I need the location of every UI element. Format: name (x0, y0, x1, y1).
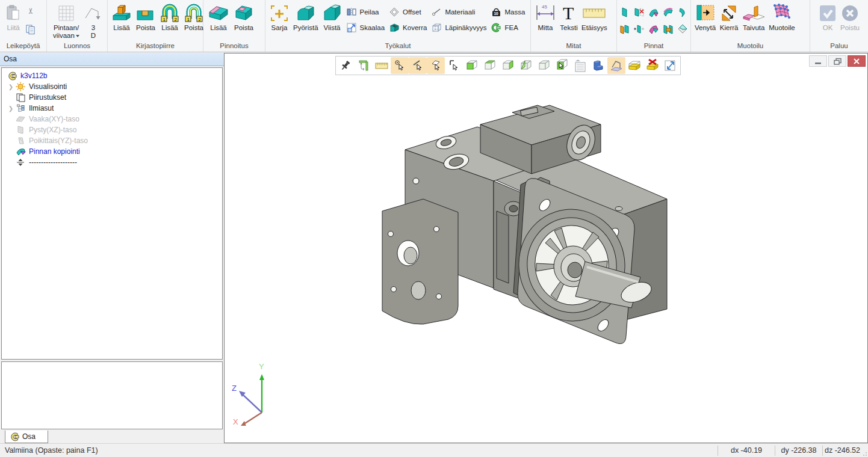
transparency-button[interactable]: Läpinäkyvyys (429, 21, 489, 34)
pick-edge-button[interactable] (445, 57, 463, 74)
model-viewport[interactable]: Y Z X (224, 53, 868, 443)
tray-button[interactable] (625, 57, 643, 74)
face-curve-button[interactable] (661, 5, 675, 20)
rotate-button[interactable]: Kierrä (718, 1, 740, 33)
ok-button[interactable]: OK (817, 1, 839, 33)
magnet-12-remove-icon: 12 (184, 2, 204, 24)
scale-icon (347, 23, 357, 32)
face-split-button[interactable] (675, 22, 690, 37)
library-add-button[interactable]: Lisää (110, 1, 134, 33)
shape-button[interactable]: Muotoile (767, 1, 796, 33)
ruler-button[interactable] (373, 57, 391, 74)
3d-model-hydraulic-pump[interactable] (225, 54, 867, 443)
snap-point-button[interactable] (391, 57, 409, 74)
tree-item-visualization[interactable]: ❯ Visualisointi (2, 81, 222, 92)
sketch-3d-button[interactable]: 3 D (84, 1, 103, 41)
copy-button[interactable] (26, 25, 36, 37)
ribbon-group-surfacing: Lisää Poista Pinnoitus (203, 0, 265, 52)
sketch-plane-button[interactable] (607, 57, 625, 74)
distance-button[interactable]: Etäisyys (580, 1, 609, 33)
cube-front-face-button[interactable] (463, 57, 481, 74)
pick-edge-icon (448, 60, 460, 72)
material-button[interactable]: Materiaali (429, 5, 489, 19)
resize-grip[interactable] (862, 444, 868, 457)
chevron-right-icon[interactable]: ❯ (7, 84, 15, 90)
ribbon: Liitä ✂ Leikepöytä Pintaan/ viivaan (0, 0, 868, 52)
fillet-button[interactable]: Pyöristä (291, 1, 320, 33)
tree-item-xy-plane[interactable]: Vaaka(XY)-taso (2, 114, 222, 124)
face-replace-button[interactable] (646, 22, 661, 37)
face-bend-button[interactable] (675, 5, 690, 20)
measure-height-button[interactable] (355, 57, 373, 74)
restore-button[interactable] (828, 55, 846, 67)
cube-pick-face-button[interactable] (553, 57, 571, 74)
ribbon-group-shaping: Venytä Kierrä Taivuta Muotoile (691, 0, 810, 52)
chevron-right-icon[interactable]: ❯ (7, 105, 15, 112)
magnet-remove-button[interactable]: 12 Poista (182, 1, 206, 33)
fea-label: FEA (504, 24, 518, 31)
tab-part[interactable]: Osa (5, 431, 48, 443)
cube-side-face-button[interactable] (499, 57, 517, 74)
mirror-label: Peilaa (360, 8, 379, 16)
pin-toolbar-button[interactable] (336, 57, 355, 74)
expand-viewport-button[interactable] (662, 57, 680, 74)
dimension-button[interactable]: 45 Mitta (533, 1, 558, 33)
stretch-icon (695, 2, 716, 24)
pattern-label: Sarja (271, 24, 288, 32)
face-move-button[interactable] (618, 5, 632, 20)
cut-button[interactable]: ✂ (26, 5, 36, 16)
chamfer-button[interactable]: Viistä (320, 1, 344, 33)
face-thicken-icon (633, 23, 645, 35)
tree-item-yz-plane[interactable]: Poikittais(YZ)-taso (2, 135, 222, 146)
face-draft-button[interactable] (646, 5, 661, 20)
text-button[interactable]: T Teksti (558, 1, 580, 33)
offset-button[interactable]: Offset (387, 5, 429, 19)
tree-item-end-marker[interactable]: -------------------- (2, 157, 222, 168)
hollow-button[interactable]: Koverra (387, 21, 429, 34)
magnet-12-add-icon: 12 (160, 2, 180, 24)
face-bend-icon (677, 7, 688, 19)
chamfer-label: Viistä (324, 24, 341, 32)
ribbon-group-return: OK Poistu Paluu (810, 0, 868, 52)
surface-remove-button[interactable]: Poista (232, 1, 256, 33)
exit-button[interactable]: Poistu (839, 1, 861, 33)
magnet-add-button[interactable]: 12 Lisää (158, 1, 182, 33)
sketch-on-surface-button[interactable]: Pintaan/ viivaan (49, 1, 84, 41)
scale-button[interactable]: Skaalaa (344, 21, 388, 34)
face-offset-button[interactable] (618, 22, 632, 37)
solid-steps-button[interactable] (589, 57, 607, 74)
mass-button[interactable]: 10 Massa (489, 5, 527, 19)
group-label-tools: Työkalut (265, 41, 530, 52)
tray-delete-button[interactable] (643, 57, 662, 74)
tree-item-xz-plane[interactable]: Pysty(XZ)-taso (2, 124, 222, 135)
snap-face-button[interactable] (427, 57, 445, 74)
face-stitch-button[interactable] (661, 22, 675, 37)
mirror-button[interactable]: Peilaa (344, 5, 388, 19)
tree-item-surface-copy[interactable]: Pinnan kopiointi (2, 146, 222, 157)
paste-button[interactable]: Liitä (2, 1, 25, 33)
face-delete-button[interactable] (632, 5, 646, 20)
surface-add-button[interactable]: Lisää (205, 1, 232, 33)
tree-item-configurations[interactable]: ❯ Ilmiasut (2, 103, 222, 114)
cube-plain-button[interactable] (535, 57, 553, 74)
feature-list-button[interactable] (571, 57, 589, 74)
close-button[interactable] (848, 55, 866, 67)
restore-icon (834, 58, 842, 65)
tree-item-drawings[interactable]: Piirustukset (2, 92, 222, 103)
fea-button[interactable]: FEA (489, 21, 527, 34)
tray-delete-icon (646, 59, 659, 72)
snap-line-button[interactable] (409, 57, 427, 74)
cube-top-face-button[interactable] (481, 57, 499, 74)
face-thicken-button[interactable] (632, 22, 646, 37)
pattern-button[interactable]: Sarja (267, 1, 291, 33)
tree-item-part-root[interactable]: k3v112b (7, 70, 222, 81)
bend-button[interactable]: Taivuta (740, 1, 767, 33)
text-label: Teksti (560, 24, 577, 32)
polyline-3d-icon (84, 2, 103, 24)
library-remove-button[interactable]: Poista (134, 1, 158, 33)
sketch-plane-icon (610, 59, 623, 72)
hollow-icon (389, 23, 400, 32)
minimize-button[interactable] (809, 55, 827, 67)
cube-back-face-button[interactable] (517, 57, 535, 74)
stretch-button[interactable]: Venytä (693, 1, 718, 33)
